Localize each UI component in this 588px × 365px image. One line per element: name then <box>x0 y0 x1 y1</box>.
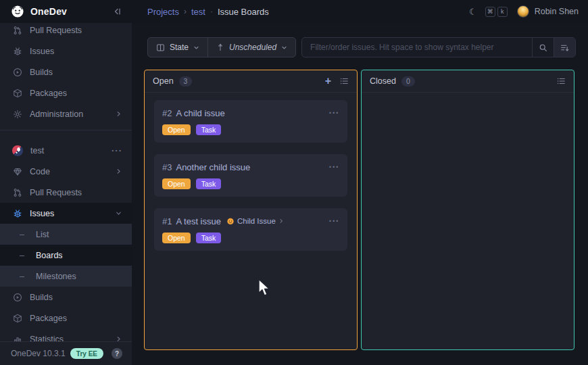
issue-number: #1 <box>162 216 172 226</box>
chevron-down-icon <box>115 210 122 217</box>
sidebar: Pull Requests Issues Builds Packages Adm… <box>0 23 132 365</box>
state-badge: Open <box>162 233 191 243</box>
sidebar-item-administration[interactable]: Administration <box>0 103 132 124</box>
sidebar-item-label: Builds <box>30 293 53 302</box>
issue-card[interactable]: #3 Another child issue ··· Open Task <box>154 154 347 197</box>
topbar-right: ☾ ⌘ k Robin Shen <box>469 5 579 18</box>
sidebar-nav: Pull Requests Issues Builds Packages Adm… <box>0 23 132 349</box>
sidebar-item-project-builds[interactable]: Builds <box>0 287 132 308</box>
project-more-icon[interactable]: ··· <box>112 145 122 155</box>
card-badges: Open Task <box>162 178 339 189</box>
sidebar-item-project-issues[interactable]: Issues <box>0 203 132 224</box>
state-badge: Open <box>162 124 191 135</box>
sidebar-divider <box>0 130 132 130</box>
bug-icon <box>12 209 22 218</box>
topbar-main: Projects › test · Issue Boards ☾ ⌘ k Rob… <box>132 5 588 18</box>
package-icon <box>12 89 22 98</box>
help-button[interactable]: ? <box>112 348 122 359</box>
sidebar-item-label: Packages <box>30 314 67 323</box>
card-more-icon[interactable]: ··· <box>329 107 340 118</box>
issue-title[interactable]: A test issue <box>176 216 220 226</box>
breadcrumb-project-link[interactable]: test <box>191 7 205 17</box>
column-title: Open <box>153 76 174 86</box>
sidebar-item-builds[interactable]: Builds <box>0 62 132 82</box>
issue-title[interactable]: A child issue <box>176 108 224 118</box>
issue-card[interactable]: #1 A test issue Child Issue ··· Open T <box>154 208 347 251</box>
breadcrumb-separator: › <box>184 7 187 16</box>
card-badges: Open Task <box>162 233 339 243</box>
sidebar-item-issues-boards[interactable]: – Boards <box>0 245 132 266</box>
milestone-icon <box>216 43 224 51</box>
issue-title[interactable]: Another child issue <box>176 162 250 172</box>
milestone-dropdown-button[interactable]: Unscheduled <box>207 38 295 57</box>
sidebar-item-project-packages[interactable]: Packages <box>0 308 132 328</box>
sidebar-collapse-icon[interactable] <box>113 7 122 16</box>
sidebar-item-label: Milestones <box>36 272 76 281</box>
breadcrumb-separator: · <box>210 7 213 16</box>
order-button[interactable] <box>554 38 575 57</box>
issue-number: #3 <box>162 162 172 172</box>
sidebar-item-project-pull-requests[interactable]: Pull Requests <box>0 182 132 203</box>
column-open-header: Open 3 + <box>145 70 357 93</box>
sidebar-item-pull-requests[interactable]: Pull Requests <box>0 23 132 41</box>
state-dropdown-button[interactable]: State <box>148 38 207 57</box>
sidebar-item-label: Code <box>30 167 50 176</box>
card-header: #2 A child issue ··· <box>162 107 339 118</box>
topbar-brand-area: OneDev <box>0 5 132 18</box>
project-name: test <box>30 146 44 155</box>
user-avatar[interactable] <box>517 5 529 18</box>
issue-board: Open 3 + #2 A child issue ··· <box>144 70 574 350</box>
column-menu-icon[interactable] <box>556 76 566 86</box>
column-open-body: #2 A child issue ··· Open Task #3 Anothe… <box>145 93 357 349</box>
column-title: Closed <box>370 76 396 86</box>
issue-card[interactable]: #2 A child issue ··· Open Task <box>154 100 347 143</box>
submenu-dash: – <box>20 272 24 281</box>
column-closed-body <box>362 93 574 349</box>
baby-face-icon <box>226 217 235 225</box>
add-card-icon[interactable]: + <box>325 76 331 87</box>
submenu-dash: – <box>20 230 24 239</box>
sidebar-item-issues[interactable]: Issues <box>0 41 132 62</box>
card-header: #1 A test issue Child Issue ··· <box>162 216 339 226</box>
search-button[interactable] <box>532 38 554 57</box>
board-toolbar: State Unscheduled <box>147 37 576 57</box>
sidebar-item-packages[interactable]: Packages <box>0 82 132 103</box>
submenu-dash: – <box>20 251 24 260</box>
project-rocket-icon <box>12 145 23 156</box>
sidebar-item-label: Boards <box>36 251 63 260</box>
play-circle-icon <box>12 68 22 77</box>
issue-filter-input[interactable] <box>302 38 532 57</box>
dark-mode-icon[interactable]: ☾ <box>469 7 477 17</box>
sidebar-project-test[interactable]: test ··· <box>0 140 132 161</box>
breadcrumb-projects-link[interactable]: Projects <box>147 7 179 17</box>
version-label: OneDev 10.3.1 <box>11 349 70 358</box>
chevron-right-icon <box>115 110 122 118</box>
user-name[interactable]: Robin Shen <box>535 7 579 16</box>
package-icon <box>12 314 22 323</box>
issue-number: #2 <box>162 108 172 118</box>
column-menu-icon[interactable] <box>339 76 349 86</box>
type-badge: Task <box>196 124 222 135</box>
sidebar-item-label: Pull Requests <box>30 26 82 35</box>
type-badge: Task <box>196 178 222 189</box>
pull-request-icon <box>12 26 22 35</box>
sidebar-item-issues-milestones[interactable]: – Milestones <box>0 266 132 287</box>
try-ee-badge[interactable]: Try EE <box>70 348 103 359</box>
state-dropdown-label: State <box>170 43 189 52</box>
chevron-down-icon <box>281 45 287 51</box>
gear-icon <box>12 110 22 119</box>
k-keycap: k <box>497 7 508 17</box>
child-issue-link[interactable]: Child Issue <box>226 217 284 225</box>
board-filter-button-group: State Unscheduled <box>147 37 296 57</box>
card-more-icon[interactable]: ··· <box>329 162 340 172</box>
card-more-icon[interactable]: ··· <box>329 216 340 226</box>
cmd-keycap: ⌘ <box>485 7 495 17</box>
column-actions: + <box>325 76 349 87</box>
sidebar-item-code[interactable]: Code <box>0 161 132 182</box>
column-count-badge: 3 <box>179 76 193 87</box>
bug-icon <box>12 47 22 56</box>
sidebar-item-issues-list[interactable]: – List <box>0 224 132 245</box>
breadcrumb: Projects › test · Issue Boards <box>147 7 269 17</box>
onedev-logo-icon <box>11 5 24 18</box>
milestone-dropdown-label: Unscheduled <box>229 43 276 52</box>
